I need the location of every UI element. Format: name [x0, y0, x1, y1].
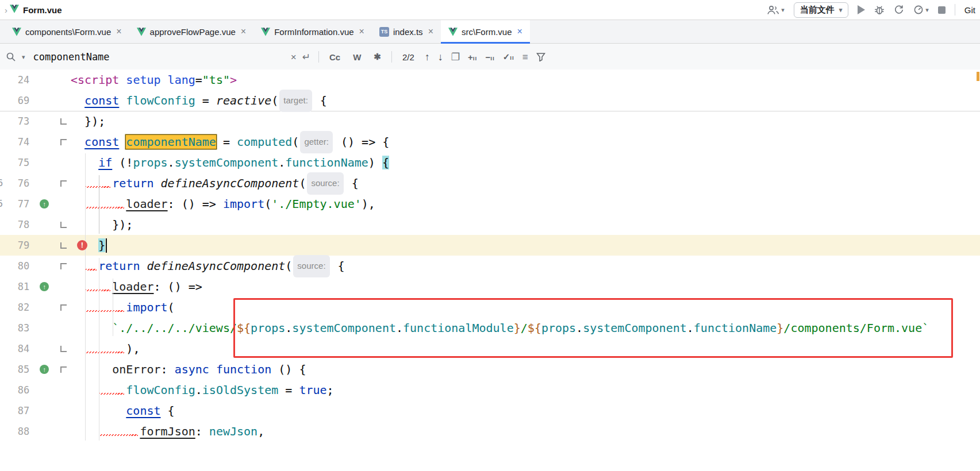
- previous-match-button[interactable]: ↑: [425, 51, 430, 63]
- filter-icon[interactable]: [536, 52, 545, 61]
- next-match-button[interactable]: ↓: [438, 51, 443, 63]
- line-number: 24: [0, 70, 33, 90]
- gutter: 83: [0, 318, 70, 338]
- tab-label: src\Form.vue: [462, 27, 512, 37]
- profiler-button[interactable]: ▾: [913, 5, 929, 15]
- fold-marker-end[interactable]: [60, 118, 67, 125]
- code-token: [98, 424, 140, 438]
- code-token: });: [84, 114, 105, 128]
- code-line-86[interactable]: 86 flowConfig.isOldSystem = true;: [0, 380, 980, 400]
- tab-close-icon[interactable]: ×: [116, 26, 121, 37]
- clear-search-icon[interactable]: ×: [291, 52, 297, 62]
- code-token: :: [195, 424, 209, 438]
- code-line-76[interactable]: 76 return defineAsyncComponent(source: {…: [0, 173, 980, 194]
- code-line-79[interactable]: 79 }!: [0, 235, 980, 256]
- stop-button[interactable]: [938, 6, 946, 14]
- code-line-87[interactable]: 87 const {: [0, 400, 980, 421]
- code-token: [84, 197, 126, 211]
- code-line-81[interactable]: 81↑ loader: () =>: [0, 276, 980, 297]
- git-menu[interactable]: Git: [964, 5, 975, 15]
- add-occurrence-button[interactable]: +ıı: [468, 52, 477, 62]
- code-text: formJson: newJson,: [70, 421, 980, 442]
- run-configuration-select[interactable]: 当前文件 ▾: [794, 2, 849, 18]
- fold-marker-start[interactable]: [60, 366, 67, 373]
- tab-close-icon[interactable]: ×: [359, 26, 364, 37]
- tab-approveflowpage-vue[interactable]: approveFlowPage.vue×: [129, 20, 254, 43]
- line-number: 81: [0, 276, 33, 297]
- code-line-69[interactable]: 69 const flowConfig = reactive(target: {: [0, 90, 980, 111]
- code-editor[interactable]: 24<script setup lang="ts">69 const flowC…: [0, 70, 980, 471]
- tab-close-icon[interactable]: ×: [428, 26, 433, 37]
- coverage-button[interactable]: [894, 5, 904, 15]
- tab-src-form-vue[interactable]: src\Form.vue×: [441, 20, 530, 43]
- code-line-78[interactable]: 78 });: [0, 214, 980, 235]
- code-line-85[interactable]: 85↑ onError: async function () {: [0, 359, 980, 380]
- code-line-73[interactable]: 73 });: [0, 111, 980, 132]
- code-token: <script: [71, 73, 119, 87]
- fold-marker-end[interactable]: [60, 242, 67, 249]
- tab-forminformation-vue[interactable]: FormInformation.vue×: [253, 20, 372, 43]
- code-token: .: [278, 156, 285, 169]
- search-history-chevron-icon[interactable]: ▾: [22, 53, 25, 61]
- search-icon: [6, 52, 16, 62]
- select-all-occurrences-button[interactable]: ✓ıı: [503, 52, 514, 62]
- remove-occurrence-button[interactable]: −ıı: [485, 52, 494, 62]
- code-token: setup: [126, 73, 160, 87]
- code-with-me-button[interactable]: ▾: [767, 5, 785, 15]
- tab-close-icon[interactable]: ×: [517, 26, 522, 37]
- view-options-button[interactable]: ≡: [522, 52, 528, 62]
- code-token: defineAsyncComponent: [147, 259, 285, 273]
- fold-marker-start[interactable]: [60, 263, 67, 269]
- code-text: onError: async function () {: [70, 359, 980, 380]
- fold-marker-start[interactable]: [60, 180, 67, 187]
- fold-marker-start[interactable]: [60, 304, 67, 311]
- gutter-arrow-badge-icon[interactable]: ↑: [40, 282, 49, 291]
- gutter: 84: [0, 338, 70, 359]
- indent-guide: [85, 153, 86, 441]
- search-input[interactable]: ▾ componentName × ↵: [6, 51, 310, 63]
- run-button[interactable]: [858, 5, 865, 14]
- fold-marker-start[interactable]: [60, 139, 67, 145]
- tab-index-ts[interactable]: TSindex.ts×: [372, 20, 441, 43]
- code-token: functionName: [285, 156, 368, 169]
- code-token: [140, 259, 147, 273]
- code-token: reactive: [216, 94, 271, 107]
- gutter-arrow-badge-icon[interactable]: ↑: [40, 199, 49, 209]
- code-token: computed: [237, 135, 292, 149]
- debug-button[interactable]: [874, 5, 885, 15]
- tab-close-icon[interactable]: ×: [241, 26, 246, 37]
- fold-marker-end[interactable]: [60, 346, 67, 352]
- gutter: 80: [0, 256, 70, 276]
- parameter-hint: source:: [293, 255, 329, 277]
- whole-words-toggle[interactable]: W: [351, 51, 363, 63]
- code-token: [209, 362, 216, 376]
- code-line-74[interactable]: 74 const componentName = computed(getter…: [0, 132, 980, 152]
- fold-marker-end[interactable]: [60, 222, 67, 228]
- code-line-88[interactable]: 88 formJson: newJson,: [0, 421, 980, 442]
- code-line-24[interactable]: 24<script setup lang="ts">: [0, 70, 980, 90]
- gutter: 85↑: [0, 359, 70, 380]
- chevron-right-icon[interactable]: ›: [5, 5, 7, 15]
- code-token: './Empty.vue': [271, 197, 362, 211]
- newline-icon[interactable]: ↵: [302, 52, 310, 62]
- search-query-text[interactable]: componentName: [33, 51, 285, 63]
- gutter: 79: [0, 235, 70, 256]
- code-line-75[interactable]: 75 if (!props.systemComponent.functionNa…: [0, 152, 980, 173]
- stripe-match-mark[interactable]: [977, 72, 979, 81]
- tab-label: index.ts: [393, 27, 423, 37]
- code-line-77[interactable]: 77↑ loader: () => import('./Empty.vue'),…: [0, 194, 980, 214]
- gutter: 73: [0, 111, 70, 132]
- indent-guide: [113, 279, 113, 336]
- code-token: [71, 342, 84, 356]
- code-line-80[interactable]: 80 return defineAsyncComponent(source: {: [0, 256, 980, 276]
- code-text: loader: () => import('./Empty.vue'),: [70, 194, 980, 214]
- open-in-find-window-button[interactable]: ❐: [451, 52, 460, 62]
- code-token: {: [345, 176, 359, 190]
- match-case-toggle[interactable]: Cc: [327, 51, 343, 63]
- tab-components-form-vue[interactable]: components\Form.vue×: [5, 20, 129, 43]
- regex-toggle[interactable]: ✱: [371, 51, 383, 63]
- vue-icon: [137, 28, 146, 36]
- gutter-arrow-badge-icon[interactable]: ↑: [40, 365, 49, 374]
- code-token: [84, 342, 126, 356]
- gutter: 88: [0, 421, 70, 442]
